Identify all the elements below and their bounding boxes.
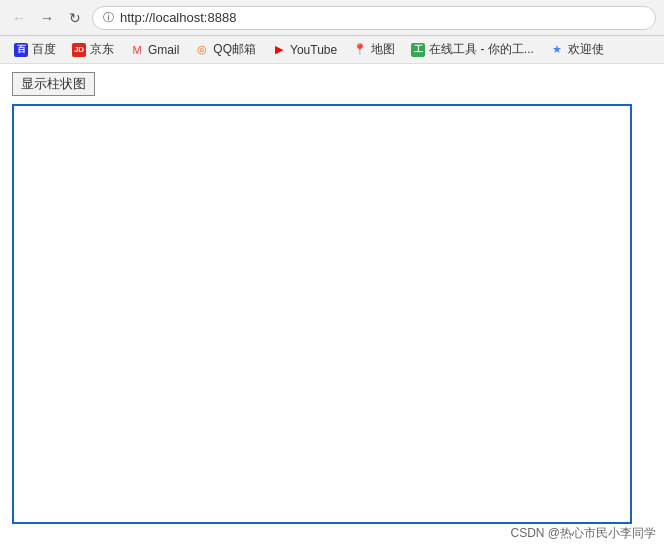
browser-window: ← → ↻ ⓘ http://localhost:8888 百 百度 JD 京东… — [0, 0, 664, 546]
baidu-favicon: 百 — [14, 43, 28, 57]
reload-button[interactable]: ↻ — [64, 7, 86, 29]
address-text: http://localhost:8888 — [120, 10, 236, 25]
tools-favicon: 工 — [411, 43, 425, 57]
bookmark-welcome[interactable]: ★ 欢迎使 — [544, 39, 610, 60]
bookmark-gmail[interactable]: M Gmail — [124, 41, 185, 59]
bookmark-jd-label: 京东 — [90, 41, 114, 58]
gmail-favicon: M — [130, 43, 144, 57]
show-chart-button[interactable]: 显示柱状图 — [12, 72, 95, 96]
back-button[interactable]: ← — [8, 7, 30, 29]
navigation-bar: ← → ↻ ⓘ http://localhost:8888 — [0, 0, 664, 36]
maps-favicon: 📍 — [353, 43, 367, 57]
bookmark-youtube[interactable]: ▶ YouTube — [266, 41, 343, 59]
bookmark-gmail-label: Gmail — [148, 43, 179, 57]
bookmark-welcome-label: 欢迎使 — [568, 41, 604, 58]
bookmark-qq[interactable]: ◎ QQ邮箱 — [189, 39, 262, 60]
bookmark-tools[interactable]: 工 在线工具 - 你的工... — [405, 39, 540, 60]
bookmark-baidu-label: 百度 — [32, 41, 56, 58]
forward-button[interactable]: → — [36, 7, 58, 29]
bookmarks-bar: 百 百度 JD 京东 M Gmail ◎ QQ邮箱 ▶ YouTube 📍 地图… — [0, 36, 664, 64]
bookmark-tools-label: 在线工具 - 你的工... — [429, 41, 534, 58]
youtube-favicon: ▶ — [272, 43, 286, 57]
welcome-favicon: ★ — [550, 43, 564, 57]
bookmark-maps-label: 地图 — [371, 41, 395, 58]
jd-favicon: JD — [72, 43, 86, 57]
bookmark-baidu[interactable]: 百 百度 — [8, 39, 62, 60]
bookmark-qq-label: QQ邮箱 — [213, 41, 256, 58]
page-content: 显示柱状图 CSDN @热心市民小李同学 — [0, 64, 664, 546]
bookmark-youtube-label: YouTube — [290, 43, 337, 57]
qq-favicon: ◎ — [195, 43, 209, 57]
bookmark-jd[interactable]: JD 京东 — [66, 39, 120, 60]
lock-icon: ⓘ — [103, 10, 114, 25]
page-footer: CSDN @热心市民小李同学 — [510, 525, 656, 542]
address-bar[interactable]: ⓘ http://localhost:8888 — [92, 6, 656, 30]
chart-container — [12, 104, 632, 524]
bookmark-maps[interactable]: 📍 地图 — [347, 39, 401, 60]
